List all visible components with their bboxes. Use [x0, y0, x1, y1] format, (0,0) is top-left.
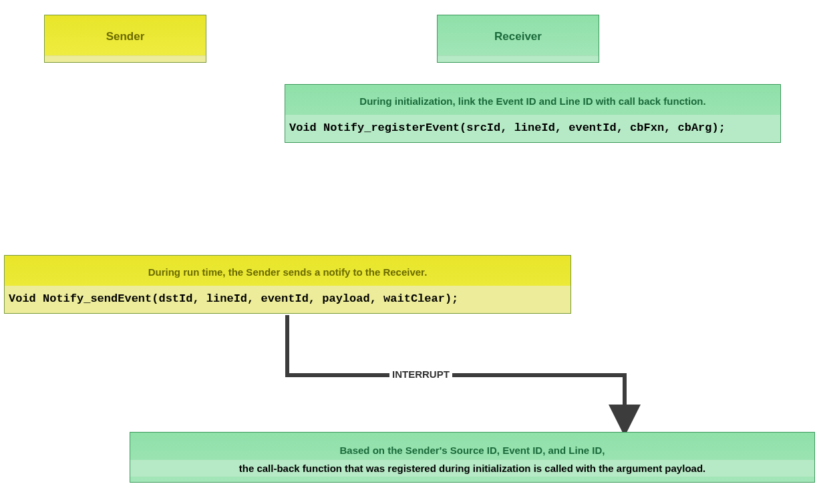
- result-line2: the call-back function that was register…: [130, 460, 814, 477]
- interrupt-label: INTERRUPT: [389, 368, 452, 380]
- interrupt-arrow: [0, 0, 821, 504]
- result-line2-strip: the call-back function that was register…: [130, 460, 814, 477]
- result-box: Based on the Sender's Source ID, Event I…: [130, 432, 815, 483]
- result-line1: Based on the Sender's Source ID, Event I…: [130, 442, 814, 459]
